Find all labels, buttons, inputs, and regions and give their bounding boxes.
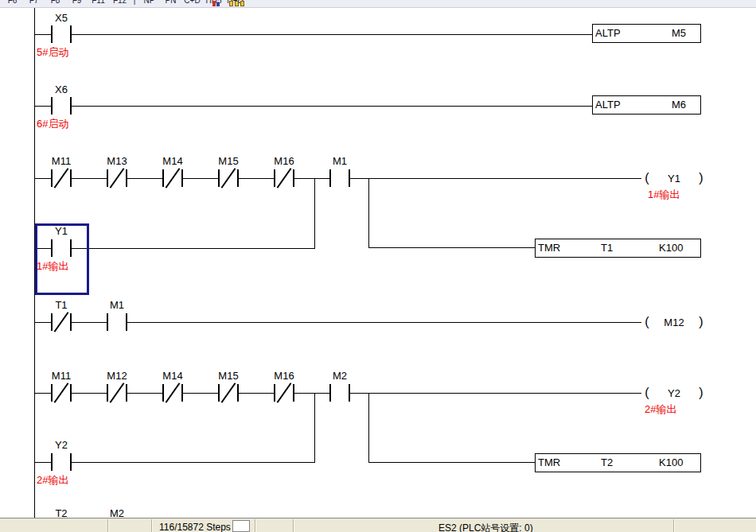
contact-nc[interactable] — [162, 382, 183, 403]
toolbar-key-f8[interactable]: F8 — [45, 0, 66, 5]
coil-open-paren: ( — [641, 386, 653, 400]
instruction-operand: K100 — [659, 242, 683, 254]
wire — [368, 247, 535, 248]
coil-device: Y1 — [653, 173, 696, 184]
device-label: M12 — [97, 370, 137, 382]
coil-close-paren: ) — [696, 386, 707, 400]
device-label-t1: T1 — [41, 299, 81, 311]
contact-no-m2[interactable] — [329, 382, 350, 403]
wire — [34, 34, 592, 35]
branch-wire — [314, 178, 315, 249]
device-label-x6: X6 — [41, 83, 81, 95]
wire — [34, 462, 314, 463]
comment-y2-branch: 2#输出 — [37, 473, 68, 487]
toolbar-key-f6[interactable]: F6 — [2, 0, 23, 5]
device-label-y2: Y2 — [41, 439, 81, 451]
instruction-box-tmr-t2[interactable]: TMR T2 K100 — [535, 453, 701, 472]
device-label-m1: M1 — [97, 299, 137, 311]
contact-nc[interactable] — [51, 382, 72, 403]
comment-x6: 6#启动 — [37, 117, 68, 131]
coil-device: M12 — [653, 316, 696, 328]
contact-no-m1[interactable] — [329, 168, 350, 188]
statusbar-separator — [151, 519, 153, 532]
toolbar-key-cd[interactable]: C+D — [181, 0, 203, 5]
device-label: M13 — [97, 155, 137, 167]
statusbar-separator — [255, 519, 256, 532]
contact-no-x6[interactable] — [51, 95, 72, 116]
contact-nc-t1[interactable] — [51, 312, 72, 332]
toolbar-key-pn[interactable]: PN — [160, 0, 181, 5]
device-label: M14 — [153, 370, 193, 382]
branch-wire — [314, 393, 315, 463]
instruction-box-altp-m5[interactable]: ALTP M5 — [592, 24, 701, 43]
toolbar-separator: | — [131, 0, 138, 5]
toolbar-key-f9[interactable]: F9 — [66, 0, 88, 5]
device-label: M15 — [208, 155, 248, 167]
branch-wire — [368, 393, 369, 462]
steps-counter: 116/15872 Steps — [159, 522, 231, 532]
status-bar: 116/15872 Steps ES2 (PLC站号设置: 0) — [0, 518, 756, 532]
instruction-box-tmr-t1[interactable]: TMR T1 K100 — [535, 239, 701, 258]
instruction-operand: M5 — [672, 27, 686, 39]
device-label: M14 — [153, 155, 193, 167]
coil-device: Y2 — [653, 387, 696, 399]
contact-no-y2[interactable] — [51, 452, 72, 472]
contact-nc[interactable] — [107, 168, 127, 188]
instruction-operand: T1 — [601, 242, 613, 254]
contact-no-m1[interactable] — [107, 312, 127, 332]
device-label-m2: M2 — [320, 370, 360, 382]
coil-open-paren: ( — [641, 315, 653, 329]
device-label: M11 — [41, 155, 81, 167]
instruction-operand: M6 — [672, 99, 686, 111]
statusbar-separator — [673, 519, 675, 532]
contact-nc[interactable] — [162, 168, 183, 188]
contact-nc[interactable] — [51, 168, 72, 188]
toolbar-keys: F6 F7 F8 F9 F11 F12 | NP PN C+D HH5 H+D — [2, 0, 246, 5]
comment-x5: 5#启动 — [37, 45, 68, 60]
coil-y1[interactable]: ( Y1 ) — [641, 169, 707, 187]
plc-ladder-editor: F6 F7 F8 F9 F11 F12 | NP PN C+D HH5 H+D … — [0, 0, 756, 532]
coil-open-paren: ( — [641, 171, 653, 185]
toolbar-key-f12[interactable]: F12 — [109, 0, 131, 5]
contact-nc[interactable] — [218, 382, 239, 403]
coil-close-paren: ) — [696, 315, 707, 329]
device-label: M15 — [208, 370, 248, 382]
contact-no-x5[interactable] — [51, 24, 72, 45]
branch-wire — [368, 178, 369, 248]
instruction-op: ALTP — [595, 27, 621, 39]
device-label: M16 — [264, 155, 304, 167]
statusbar-separator — [107, 519, 109, 532]
instruction-box-altp-m6[interactable]: ALTP M6 — [592, 95, 701, 115]
statusbar-box — [232, 520, 250, 532]
coil-y2[interactable]: ( Y2 ) — [641, 384, 707, 402]
statusbar-separator — [293, 519, 294, 532]
instruction-op: TMR — [538, 242, 560, 254]
selection-cursor — [35, 223, 89, 295]
device-label: M11 — [41, 370, 81, 382]
instruction-operand: T2 — [601, 456, 613, 468]
wire — [368, 462, 535, 463]
plc-type-status: ES2 (PLC站号设置: 0) — [438, 522, 533, 532]
toolbar-key-f11[interactable]: F11 — [88, 0, 109, 5]
chart-icon[interactable] — [212, 1, 220, 6]
wire — [34, 106, 592, 107]
device-label-x5: X5 — [41, 12, 81, 24]
coil-close-paren: ) — [696, 171, 707, 185]
contact-nc[interactable] — [274, 382, 294, 403]
comment-y2-output: 2#输出 — [645, 402, 676, 417]
toolbar-key-np[interactable]: NP — [138, 0, 160, 5]
instruction-op: ALTP — [595, 99, 621, 111]
comment-y1-output: 1#输出 — [648, 188, 680, 202]
function-key-toolbar: F6 F7 F8 F9 F11 F12 | NP PN C+D HH5 H+D — [0, 0, 756, 8]
coil-m12[interactable]: ( M12 ) — [641, 313, 707, 331]
instruction-op: TMR — [538, 456, 560, 468]
contact-nc[interactable] — [218, 168, 239, 188]
contact-nc[interactable] — [107, 382, 127, 403]
instruction-operand: K100 — [659, 456, 683, 468]
yellow-blocks-icon[interactable] — [229, 1, 247, 6]
contact-nc[interactable] — [274, 168, 294, 188]
device-label-m1: M1 — [320, 155, 360, 167]
device-label: M16 — [264, 370, 304, 382]
toolbar-key-f7[interactable]: F7 — [23, 0, 45, 5]
